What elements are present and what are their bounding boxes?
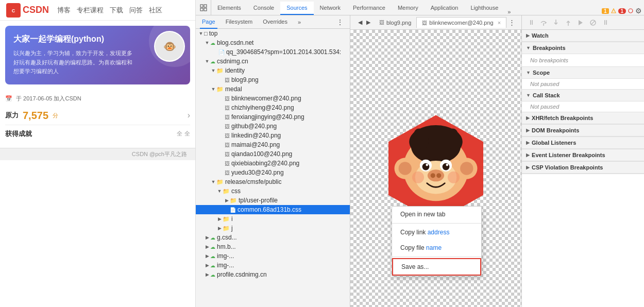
nav-courses[interactable]: 专栏课程 — [77, 6, 104, 15]
tree-item-folder-i[interactable]: ▶ 📁 i — [196, 214, 350, 224]
profile-desc: 以兴趣为主，学习为辅，致力于开发，发现更多好玩有趣及好玩有趣的编程思路。为喜欢编… — [13, 49, 137, 76]
nav-community[interactable]: 社区 — [149, 6, 162, 15]
debugger-panel: ⏸ ⏸ — [521, 15, 644, 307]
context-menu-open-new-tab[interactable]: Open in new tab — [392, 207, 481, 222]
tree-item-linkedin[interactable]: ▶ 🖼 linkedin@240.png — [196, 131, 350, 140]
tab-console[interactable]: Console — [247, 2, 280, 15]
xhr-breakpoints-header[interactable]: ▶ XHR/fetch Breakpoints — [522, 112, 644, 124]
global-listeners-header[interactable]: ▶ Global Listeners — [522, 137, 644, 149]
subtab-filesystem[interactable]: Filesystem — [224, 15, 255, 29]
csp-breakpoints-header[interactable]: ▶ CSP Violation Breakpoints — [522, 162, 644, 174]
csdn-logo-icon: C — [6, 3, 21, 18]
tree-item-folder-j[interactable]: ▶ 📁 j — [196, 224, 350, 233]
tab-lighthouse[interactable]: Lighthouse — [464, 2, 504, 15]
context-menu-copy-name[interactable]: Copy file name — [392, 240, 481, 255]
tab-elements[interactable]: Elements — [211, 2, 247, 15]
settings-btn[interactable]: ⚙ — [635, 7, 642, 15]
more-tabs-btn[interactable]: » — [504, 9, 514, 15]
subtab-more-btn[interactable]: » — [296, 19, 303, 25]
debug-step-out-btn[interactable] — [563, 18, 573, 28]
debug-pause-btn[interactable]: ⏸ — [526, 18, 536, 28]
csdn-logo[interactable]: C CSDN — [6, 3, 49, 18]
debug-step-btn[interactable] — [575, 18, 586, 28]
event-breakpoints-header[interactable]: ▶ Event Listener Breakpoints — [522, 149, 644, 161]
preview-nav-right[interactable]: ▶ — [365, 19, 372, 26]
tree-item-identity[interactable]: ▼ 📁 identity — [196, 66, 350, 75]
nav-qa[interactable]: 问答 — [129, 6, 143, 15]
xhr-label: XHR/fetch Breakpoints — [532, 115, 593, 121]
tree-item-common-css[interactable]: ▶ 📄 common.68ad131b.css — [196, 205, 350, 214]
svg-point-16 — [460, 162, 473, 175]
preview-nav-left[interactable]: ◀ — [357, 19, 364, 26]
tree-item-fenxiangjingying[interactable]: ▶ 🖼 fenxiangjingying@240.png — [196, 112, 350, 122]
dom-breakpoints-header[interactable]: ▶ DOM Breakpoints — [522, 125, 644, 137]
context-menu-copy-link[interactable]: Copy link address — [392, 225, 481, 240]
tree-item-github[interactable]: ▶ 🖼 github@240.png — [196, 122, 350, 131]
svg-point-25 — [443, 163, 450, 170]
svg-point-32 — [448, 172, 460, 183]
preview-tab-blinknewcomer[interactable]: 🖼 blinknewcomer@240.png × — [416, 17, 506, 28]
error-icon — [628, 8, 633, 13]
tree-item-csdnimg[interactable]: ▼ ☁ csdnimg.cn — [196, 57, 350, 66]
nav-download[interactable]: 下载 — [110, 6, 123, 15]
call-stack-header[interactable]: ▼ Call Stack — [522, 90, 644, 101]
debug-step-into-btn[interactable] — [551, 18, 561, 28]
tab-label-blog9: blog9.png — [386, 20, 411, 26]
tree-label-i: i — [231, 215, 233, 223]
tree-item-tpl[interactable]: ▶ 📁 tpl/user-profile — [196, 196, 350, 205]
dom-label: DOM Breakpoints — [532, 127, 579, 133]
csdn-nav: 博客 专栏课程 下载 问答 社区 — [57, 6, 162, 15]
preview-tab-blog9[interactable]: 🖼 blog9.png — [374, 18, 416, 28]
tree-item-blinknewcomer[interactable]: ▶ 🖼 blinknewcomer@240.png — [196, 94, 350, 103]
file-tree-more-btn[interactable]: ⋮ — [334, 18, 346, 26]
tree-item-img2[interactable]: ▶ ☁ img-... — [196, 261, 350, 270]
tree-label-qq: qq_39046854?spm=1001.2014.3001.534: — [226, 48, 341, 56]
tree-item-release[interactable]: ▼ 📁 release/cmsfe/public — [196, 177, 350, 186]
close-tab-btn[interactable]: × — [498, 20, 501, 26]
subtab-overrides[interactable]: Overrides — [261, 15, 290, 29]
tree-label-blog-csdn: blog.csdn.net — [217, 39, 253, 46]
tree-item-qixiebiaobing2[interactable]: ▶ 🖼 qixiebiaobing2@240.png — [196, 159, 350, 168]
tree-item-yuedu30[interactable]: ▶ 🖼 yuedu30@240.png — [196, 168, 350, 177]
tree-item-profile-csdnimg[interactable]: ▶ ☁ profile.csdnimg.cn — [196, 270, 350, 279]
tree-item-g-csd[interactable]: ▶ ☁ g.csd... — [196, 233, 350, 242]
debug-step-over-btn[interactable] — [538, 18, 549, 28]
context-menu-divider-2 — [392, 257, 481, 257]
scope-header[interactable]: ▼ Scope — [522, 67, 644, 79]
tab-application[interactable]: Application — [425, 2, 465, 15]
svg-point-24 — [422, 163, 430, 170]
tree-label-identity: identity — [225, 67, 245, 74]
tab-performance[interactable]: Performance — [347, 2, 392, 15]
tree-label-hm-b: hm.b... — [217, 243, 236, 250]
debug-deactivate-btn[interactable] — [588, 18, 598, 28]
tree-item-medal[interactable]: ▼ 📁 medal — [196, 84, 350, 94]
context-menu-save-as[interactable]: Save as... — [392, 258, 481, 276]
tab-memory[interactable]: Memory — [392, 2, 425, 15]
tree-item-qiandao100[interactable]: ▶ 🖼 qiandao100@240.png — [196, 149, 350, 159]
tree-item-blog-csdn[interactable]: ▼ ☁ blog.csdn.net — [196, 38, 350, 47]
tree-item-top[interactable]: ▼ □ top — [196, 29, 350, 38]
arrow-blog-csdn: ▼ — [204, 40, 210, 45]
preview-more-btn[interactable]: ⋮ — [509, 19, 515, 26]
tree-item-maimai[interactable]: ▶ 🖼 maimai@240.png — [196, 140, 350, 149]
tree-item-hm-b[interactable]: ▶ ☁ hm.b... — [196, 242, 350, 251]
arrow-identity: ▼ — [210, 68, 216, 73]
tree-item-chizhiyiheng[interactable]: ▶ 🖼 chizhiyiheng@240.png — [196, 103, 350, 112]
score-arrow[interactable]: › — [188, 111, 190, 120]
nav-blog[interactable]: 博客 — [57, 6, 71, 15]
tree-label-tpl: tpl/user-profile — [239, 197, 278, 204]
csdn-footer: CSDN @pch平凡之路 — [0, 148, 195, 160]
arrow-medal: ▼ — [210, 87, 216, 92]
tree-item-img1[interactable]: ▶ ☁ img-... — [196, 251, 350, 261]
tree-item-css[interactable]: ▼ 📁 css — [196, 186, 350, 196]
tree-item-qq-url[interactable]: ▶ 📄 qq_39046854?spm=1001.2014.3001.534: — [196, 47, 350, 57]
svg-point-29 — [431, 173, 435, 178]
tab-network[interactable]: Network — [314, 2, 347, 15]
folder-icon-tpl: 📁 — [230, 197, 237, 204]
breakpoints-header[interactable]: ▼ Breakpoints — [522, 42, 644, 54]
tree-item-blog9[interactable]: ▶ 🖼 blog9.png — [196, 75, 350, 84]
debug-pause-exceptions-btn[interactable]: ⏸ — [600, 18, 611, 28]
tab-sources[interactable]: Sources — [280, 2, 313, 15]
watch-header[interactable]: ▶ Watch — [522, 30, 644, 42]
subtab-page[interactable]: Page — [200, 15, 217, 29]
